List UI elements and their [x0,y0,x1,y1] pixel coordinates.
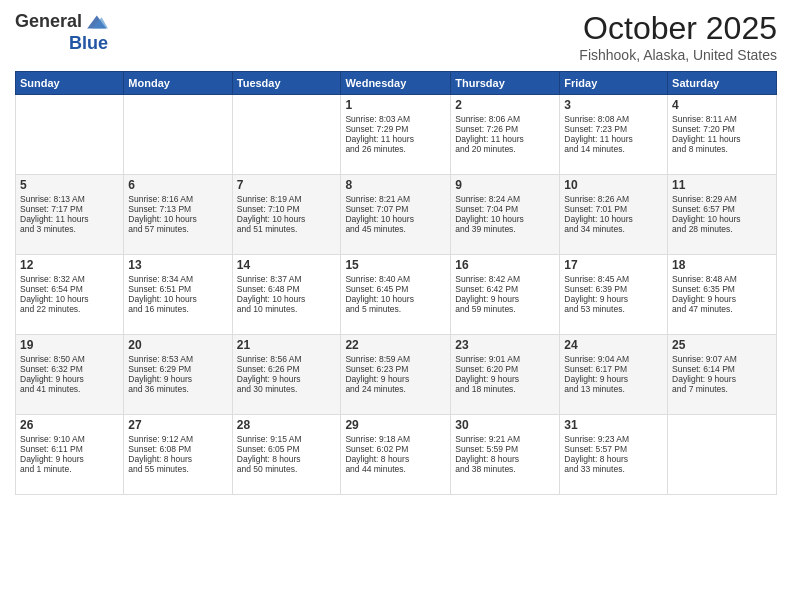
day-info-line: Sunrise: 8:37 AM [237,274,337,284]
day-info-line: Sunset: 6:26 PM [237,364,337,374]
day-info-line: and 3 minutes. [20,224,119,234]
day-info-line: Sunset: 6:51 PM [128,284,227,294]
day-info-line: Sunset: 6:39 PM [564,284,663,294]
day-info-line: Daylight: 10 hours [20,294,119,304]
logo-general-text: General [15,12,82,32]
calendar-cell: 24Sunrise: 9:04 AMSunset: 6:17 PMDayligh… [560,335,668,415]
day-info-line: Sunset: 6:29 PM [128,364,227,374]
calendar-cell [232,95,341,175]
day-info-line: Sunrise: 9:12 AM [128,434,227,444]
logo-blue-text: Blue [69,34,108,54]
calendar-cell [124,95,232,175]
day-info-line: Sunset: 7:10 PM [237,204,337,214]
calendar-cell: 15Sunrise: 8:40 AMSunset: 6:45 PMDayligh… [341,255,451,335]
calendar-cell: 1Sunrise: 8:03 AMSunset: 7:29 PMDaylight… [341,95,451,175]
header: General Blue October 2025 Fishhook, Alas… [15,10,777,63]
day-info-line: Sunset: 7:17 PM [20,204,119,214]
day-number: 11 [672,178,772,192]
calendar-week-2: 5Sunrise: 8:13 AMSunset: 7:17 PMDaylight… [16,175,777,255]
day-info-line: and 44 minutes. [345,464,446,474]
day-info-line: and 1 minute. [20,464,119,474]
title-section: October 2025 Fishhook, Alaska, United St… [579,10,777,63]
day-info-line: Sunrise: 8:59 AM [345,354,446,364]
day-info-line: Daylight: 10 hours [672,214,772,224]
day-info-line: Sunrise: 8:42 AM [455,274,555,284]
day-info-line: and 39 minutes. [455,224,555,234]
day-info-line: and 59 minutes. [455,304,555,314]
day-number: 19 [20,338,119,352]
calendar-cell: 22Sunrise: 8:59 AMSunset: 6:23 PMDayligh… [341,335,451,415]
calendar-cell: 19Sunrise: 8:50 AMSunset: 6:32 PMDayligh… [16,335,124,415]
day-number: 6 [128,178,227,192]
day-info-line: Sunset: 6:57 PM [672,204,772,214]
day-number: 26 [20,418,119,432]
day-info-line: Sunset: 5:57 PM [564,444,663,454]
day-info-line: Daylight: 10 hours [237,214,337,224]
day-info-line: Daylight: 9 hours [672,294,772,304]
day-info-line: and 10 minutes. [237,304,337,314]
day-info-line: Sunrise: 8:11 AM [672,114,772,124]
calendar-cell [668,415,777,495]
day-info-line: Daylight: 10 hours [237,294,337,304]
logo-icon [84,10,108,34]
day-info-line: Daylight: 11 hours [455,134,555,144]
day-info-line: and 55 minutes. [128,464,227,474]
day-info-line: and 53 minutes. [564,304,663,314]
day-info-line: Daylight: 10 hours [345,294,446,304]
day-info-line: Sunset: 6:45 PM [345,284,446,294]
day-info-line: Daylight: 9 hours [20,454,119,464]
day-number: 3 [564,98,663,112]
location: Fishhook, Alaska, United States [579,47,777,63]
calendar-cell: 8Sunrise: 8:21 AMSunset: 7:07 PMDaylight… [341,175,451,255]
day-info-line: Daylight: 9 hours [564,374,663,384]
day-info-line: Daylight: 11 hours [672,134,772,144]
day-info-line: Sunrise: 9:23 AM [564,434,663,444]
calendar-cell: 20Sunrise: 8:53 AMSunset: 6:29 PMDayligh… [124,335,232,415]
day-info-line: Sunrise: 8:06 AM [455,114,555,124]
day-info-line: Sunrise: 8:21 AM [345,194,446,204]
calendar-cell: 26Sunrise: 9:10 AMSunset: 6:11 PMDayligh… [16,415,124,495]
day-info-line: Daylight: 9 hours [20,374,119,384]
day-number: 18 [672,258,772,272]
day-number: 31 [564,418,663,432]
day-info-line: Sunset: 6:17 PM [564,364,663,374]
day-info-line: and 16 minutes. [128,304,227,314]
day-number: 22 [345,338,446,352]
day-info-line: Sunset: 7:04 PM [455,204,555,214]
day-info-line: Sunset: 6:23 PM [345,364,446,374]
day-info-line: Sunrise: 8:16 AM [128,194,227,204]
calendar-cell: 14Sunrise: 8:37 AMSunset: 6:48 PMDayligh… [232,255,341,335]
calendar-cell: 27Sunrise: 9:12 AMSunset: 6:08 PMDayligh… [124,415,232,495]
calendar-cell: 11Sunrise: 8:29 AMSunset: 6:57 PMDayligh… [668,175,777,255]
day-number: 1 [345,98,446,112]
day-info-line: Sunset: 6:02 PM [345,444,446,454]
day-header-tuesday: Tuesday [232,72,341,95]
day-info-line: Daylight: 10 hours [128,294,227,304]
page: General Blue October 2025 Fishhook, Alas… [0,0,792,612]
day-info-line: and 45 minutes. [345,224,446,234]
day-header-wednesday: Wednesday [341,72,451,95]
day-info-line: Sunset: 7:07 PM [345,204,446,214]
day-info-line: Daylight: 9 hours [564,294,663,304]
day-info-line: Sunset: 6:05 PM [237,444,337,454]
day-info-line: Daylight: 9 hours [128,374,227,384]
calendar-cell: 3Sunrise: 8:08 AMSunset: 7:23 PMDaylight… [560,95,668,175]
day-info-line: Daylight: 11 hours [345,134,446,144]
day-info-line: Sunrise: 8:24 AM [455,194,555,204]
day-info-line: Sunrise: 9:10 AM [20,434,119,444]
day-info-line: and 8 minutes. [672,144,772,154]
day-info-line: and 34 minutes. [564,224,663,234]
day-info-line: Daylight: 8 hours [455,454,555,464]
day-info-line: Sunset: 7:23 PM [564,124,663,134]
day-info-line: Sunrise: 8:29 AM [672,194,772,204]
day-info-line: and 24 minutes. [345,384,446,394]
day-info-line: Sunrise: 8:48 AM [672,274,772,284]
day-info-line: Daylight: 11 hours [20,214,119,224]
day-info-line: Daylight: 9 hours [237,374,337,384]
day-number: 14 [237,258,337,272]
calendar-cell: 29Sunrise: 9:18 AMSunset: 6:02 PMDayligh… [341,415,451,495]
day-info-line: Sunrise: 9:07 AM [672,354,772,364]
day-info-line: Sunrise: 8:19 AM [237,194,337,204]
calendar-cell: 12Sunrise: 8:32 AMSunset: 6:54 PMDayligh… [16,255,124,335]
day-header-thursday: Thursday [451,72,560,95]
